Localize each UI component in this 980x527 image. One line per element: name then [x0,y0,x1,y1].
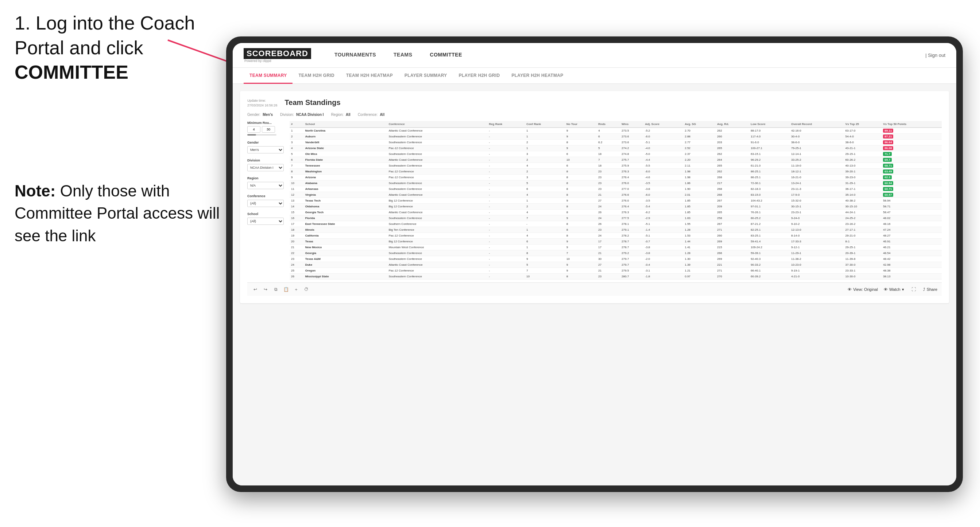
td-rank: 21 [290,244,304,250]
td-vs-top25: 29-21-0 [844,233,881,239]
filter-section-gender: Gender Men's [247,141,284,154]
paste-icon[interactable]: 📋 [282,286,290,293]
td-vs-top50: 48.02 [881,215,942,221]
sub-nav-player-summary[interactable]: PLAYER SUMMARY [399,68,453,84]
table-row: 3 Vanderbilt Southeastern Conference - 2… [290,140,942,145]
sub-nav-team-h2h-heatmap[interactable]: TEAM H2H HEATMAP [340,68,399,84]
rounds-slider[interactable] [247,134,277,136]
td-rnds: 24 [597,204,620,210]
td-wins: 276.6 [620,192,643,198]
sub-nav-team-h2h-grid[interactable]: TEAM H2H GRID [293,68,340,84]
th-rank: # [290,121,304,127]
td-vs-top25: 38-6-0 [844,140,881,145]
td-no-tour: 8 [565,221,597,227]
td-avg-rd: 265 [716,163,749,169]
td-vs-top25: 44-24-1 [844,210,881,215]
max-rounds-input[interactable] [262,126,275,133]
td-avg-rd: 209 [716,204,749,210]
filter-section-division: Division NCAA Division I [247,159,284,171]
td-vs-top25: 23-16-2 [844,221,881,227]
sub-nav-team-summary[interactable]: TEAM SUMMARY [243,68,293,84]
td-conference: Pac-12 Conference [387,145,488,151]
gender-select[interactable]: Men's [247,146,284,154]
td-conf-rank: 5 [525,262,565,268]
timer-icon[interactable]: ⏱ [303,286,310,293]
td-reg-rank: - [487,134,525,140]
add-icon[interactable]: ＋ [293,286,300,293]
conference-select[interactable]: (All) [247,200,284,207]
td-overall: 9-12-1 [790,244,844,250]
panel-title: Team Standings [285,98,340,107]
table-row: 10 Alabama Southeastern Conference - 5 8… [290,180,942,186]
td-low-score: 91-6.0 [749,140,790,145]
td-low-score: 82-25.1 [749,227,790,233]
td-reg-rank: - [487,268,525,274]
td-conf-rank: 1 [525,127,565,134]
scoreboard-panel: Update time: 27/03/2024 16:56:26 Team St… [240,91,949,303]
redo-icon[interactable]: ↪ [262,286,269,293]
td-wins: 278.1 [620,221,643,227]
td-vs-top50: 48.54 [881,250,942,256]
toolbar-right: 👁 View: Original 👁 Watch ▾ ⛶ ⤴ [848,286,937,293]
td-conference: Atlantic Coast Conference [387,210,488,215]
th-conf-rank: Conf Rank [525,121,565,127]
filters-row: Gender: Men's Division: NCAA Division I … [247,113,942,117]
td-low-score: 61-21.0 [749,163,790,169]
td-rnds: 7 [597,157,620,163]
share-btn[interactable]: ⤴ Share [923,287,937,292]
copy-icon[interactable]: ⧉ [272,286,279,293]
td-avg-sg: 1.21 [683,268,716,274]
sub-nav-player-h2h-heatmap[interactable]: PLAYER H2H HEATMAP [506,68,569,84]
td-adj-score: -2.9 [644,215,684,221]
td-conf-rank: 2 [525,140,565,145]
td-overall: 15-32-0 [790,198,844,204]
td-conf-rank: 7 [525,268,565,274]
fullscreen-icon[interactable]: ⛶ [910,286,917,293]
division-select[interactable]: NCAA Division I [247,164,284,171]
td-conference: Southeastern Conference [387,186,488,192]
td-avg-sg: 2.52 [683,145,716,151]
filter-division: Division: NCAA Division I [280,113,324,117]
td-conf-rank: 1 [525,145,565,151]
sign-out[interactable]: | Sign out [925,52,945,58]
table-row: 25 Oregon Pac-12 Conference - 7 9 21 279… [290,268,942,274]
td-conf-rank: 1 [525,134,565,140]
nav-items: TOURNAMENTS TEAMS COMMITTEE [326,43,925,68]
view-original-btn[interactable]: 👁 View: Original [848,287,878,292]
td-conference: Southeastern Conference [387,134,488,140]
td-wins: 279.1 [620,227,643,233]
td-rank: 17 [290,221,304,227]
region-select[interactable]: N/A [247,182,284,189]
watch-btn[interactable]: 👁 Watch ▾ [884,287,904,292]
td-conf-rank: 1 [525,198,565,204]
nav-committee[interactable]: COMMITTEE [421,43,471,68]
td-rnds: 26 [597,221,620,227]
td-vs-top50: 69.7 [881,157,942,163]
td-reg-rank: - [487,204,525,210]
td-low-score: 72-30.1 [749,180,790,186]
table-row: 21 New Mexico Mountain West Conference -… [290,244,942,250]
nav-teams[interactable]: TEAMS [385,43,421,68]
content-area: Update time: 27/03/2024 16:56:26 Team St… [233,84,956,486]
filter-section-region: Region N/A [247,176,284,189]
td-avg-sg: 2.01 [683,192,716,198]
undo-icon[interactable]: ↩ [251,286,259,293]
table-header-row: # School Conference Reg Rank Conf Rank N… [290,121,942,127]
school-select[interactable]: (All) [247,217,284,225]
td-adj-score: -6.0 [644,134,684,140]
th-overall: Overall Record [790,121,844,127]
sub-nav-player-h2h-grid[interactable]: PLAYER H2H GRID [453,68,506,84]
td-low-score: 66-40.1 [749,268,790,274]
td-conference: Pac-12 Conference [387,169,488,175]
filter-section-conference: Conference (All) [247,194,284,207]
td-rank: 8 [290,169,304,175]
td-vs-top25: 36-17-1 [844,186,881,192]
nav-tournaments[interactable]: TOURNAMENTS [326,43,385,68]
td-vs-top25: 30-15-10 [844,204,881,210]
td-wins: 273.5 [620,127,643,134]
step-title: 1. Log into the Coach Portal and click C… [14,11,226,85]
td-avg-rd: 269 [716,239,749,244]
min-rounds-input[interactable] [247,126,261,133]
td-vs-top50: 89.11 [881,127,942,134]
td-no-tour: 9 [565,145,597,151]
